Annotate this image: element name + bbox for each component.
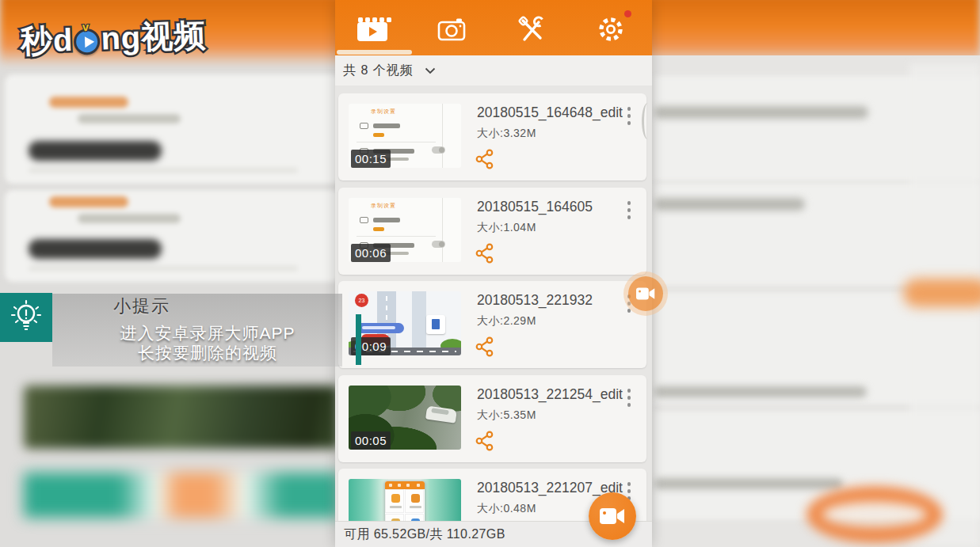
tip-bulb-box — [0, 293, 52, 342]
bg-blur-text — [654, 386, 867, 397]
duration-badge: 00:15 — [351, 150, 391, 168]
tools-icon — [518, 16, 545, 43]
app-panel: 共 8 个视频 录制设置 00:15 20180515_16 — [335, 0, 652, 547]
tab-tools[interactable] — [514, 13, 549, 45]
logo-play-icon: v — [74, 28, 101, 55]
chevron-down-icon — [425, 67, 436, 74]
lightbulb-icon — [9, 299, 44, 336]
bg-blur-text — [654, 478, 843, 489]
thumb-title: 录制设置 — [371, 202, 396, 210]
bg-blur-text — [49, 97, 128, 108]
bg-blur-text — [78, 114, 181, 123]
video-name: 20180515_164605 — [477, 199, 623, 215]
bg-blur-button — [903, 279, 980, 307]
video-size: 大小:0.48M — [477, 502, 536, 516]
share-icon[interactable] — [475, 336, 495, 357]
notification-dot — [624, 10, 631, 17]
tab-settings[interactable] — [593, 13, 628, 45]
camera-icon — [437, 17, 466, 41]
more-menu-icon[interactable] — [623, 105, 635, 127]
video-card[interactable]: 00:05 20180513_221254_edit... 大小:5.35M — [338, 375, 646, 462]
camcorder-icon — [636, 287, 655, 301]
tab-screenshots[interactable] — [434, 13, 469, 45]
bg-blur-text — [78, 214, 181, 223]
storage-label: 可用 65.52GB/共 110.27GB — [344, 526, 505, 543]
bg-blur-image — [24, 473, 339, 518]
video-card[interactable]: 录制设置 00:15 20180515_164648_edit... 大小:3.… — [338, 93, 646, 180]
bg-blur-text — [29, 141, 162, 161]
bg-blur-ring — [806, 486, 943, 543]
tip-title: 小提示 — [113, 294, 170, 318]
bg-blur-text — [29, 168, 298, 173]
scroll-indicator — [642, 103, 652, 139]
video-name: 20180513_221254_edit... — [477, 386, 623, 403]
video-count-row[interactable]: 共 8 个视频 — [335, 55, 652, 85]
watermark-logo: 秒d v ng视频 — [20, 14, 207, 62]
video-size: 大小:2.29M — [477, 314, 536, 329]
tab-videos[interactable] — [355, 13, 390, 45]
active-tab-indicator — [337, 50, 412, 55]
bg-blur-text — [29, 239, 162, 259]
tip-line1: 进入安卓录屏大师APP — [52, 322, 342, 344]
video-thumbnail[interactable] — [349, 479, 461, 521]
map-badge: 23 — [355, 294, 368, 307]
bg-blur-text — [654, 198, 805, 211]
logo-text-right: ng视频 — [100, 13, 207, 60]
tip-accent-bar — [356, 314, 361, 365]
tip-line2: 长按要删除的视频 — [52, 342, 342, 364]
bg-blur-text — [49, 196, 128, 207]
more-menu-icon[interactable] — [623, 387, 635, 408]
more-menu-icon[interactable] — [623, 199, 635, 221]
share-icon[interactable] — [475, 149, 495, 169]
bg-blur-text — [29, 266, 298, 271]
thumb-title: 录制设置 — [371, 108, 396, 116]
bg-blur-card — [5, 74, 341, 184]
screen: 共 8 个视频 录制设置 00:15 20180515_16 — [0, 0, 980, 547]
video-count-label: 共 8 个视频 — [343, 63, 414, 79]
video-card[interactable]: 录制设置 00:06 20180515_164605 大小:1.04M — [338, 188, 646, 275]
video-size: 大小:1.04M — [477, 221, 536, 235]
video-size: 大小:3.32M — [477, 127, 536, 141]
video-card[interactable]: 23 00:09 20180513_221932 大小:2.29M — [338, 281, 646, 368]
bg-blur-card — [5, 190, 341, 282]
floating-record-button[interactable] — [628, 276, 663, 311]
logo-text-left: 秒d — [20, 17, 74, 63]
video-list: 录制设置 00:15 20180515_164648_edit... 大小:3.… — [335, 85, 652, 521]
film-icon — [357, 17, 387, 41]
gear-icon — [597, 15, 625, 44]
video-name: 20180515_164648_edit... — [477, 104, 623, 121]
app-header — [335, 0, 652, 55]
video-name: 20180513_221207_edit... — [477, 480, 623, 496]
duration-badge: 00:05 — [351, 431, 391, 450]
bg-blur-text — [654, 106, 868, 119]
share-icon[interactable] — [475, 431, 495, 451]
bg-blur-image — [24, 386, 339, 449]
video-name: 20180513_221932 — [477, 292, 623, 309]
duration-badge: 00:06 — [351, 244, 391, 262]
camcorder-icon — [600, 507, 625, 526]
record-fab-button[interactable] — [589, 492, 636, 540]
video-size: 大小:5.35M — [477, 408, 536, 423]
share-icon[interactable] — [475, 243, 495, 264]
tip-box: 小提示 进入安卓录屏大师APP 长按要删除的视频 — [52, 294, 342, 367]
